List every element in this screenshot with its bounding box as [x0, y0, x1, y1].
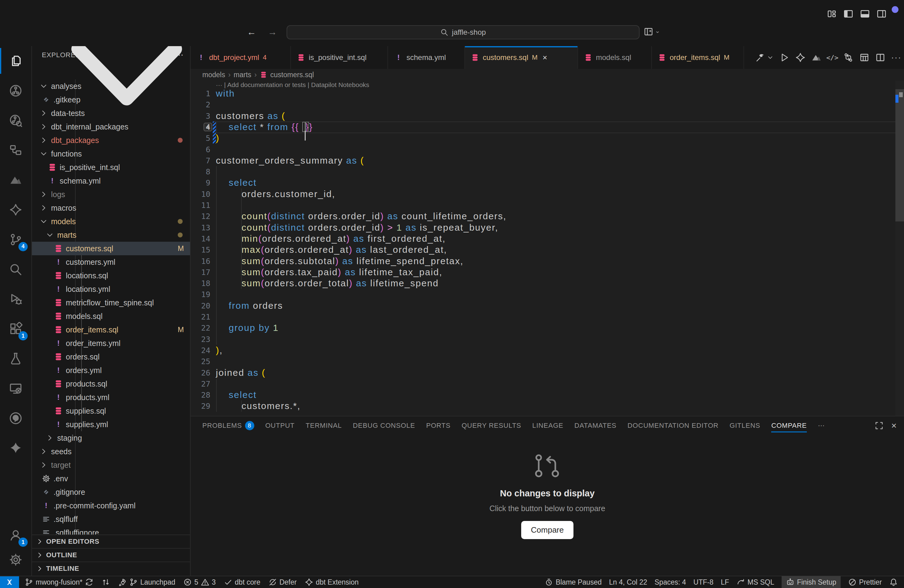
activity-item-explorer[interactable] — [0, 48, 32, 74]
activity-item-run-debug[interactable] — [0, 286, 32, 312]
table-action-icon[interactable] — [859, 52, 869, 63]
layout-control-icon[interactable] — [643, 27, 654, 37]
activity-item-github[interactable] — [0, 405, 32, 431]
sidebar-section-timeline[interactable]: TIMELINE — [32, 561, 190, 575]
chevron-down-icon[interactable]: ⌄ — [655, 27, 660, 35]
status-compare-branches[interactable] — [101, 578, 110, 586]
panel-tab-gitlens[interactable]: GITLENS — [730, 416, 760, 435]
tree-item-products.yml[interactable]: !products.yml — [32, 390, 190, 404]
tree-root-jaffle-shop[interactable]: JAFFLE-SHOP — [32, 65, 190, 79]
tree-item-is_positive_int.sql[interactable]: is_positive_int.sql — [32, 161, 190, 174]
hammer-action-icon[interactable] — [755, 52, 766, 63]
status-cursor-position[interactable]: Ln 4, Col 22 — [609, 578, 647, 586]
tree-item-analyses[interactable]: analyses — [32, 79, 190, 93]
activity-item-settings[interactable] — [0, 547, 32, 573]
git-compare-action-icon[interactable] — [843, 52, 853, 63]
panel-tab-documentation-editor[interactable]: DOCUMENTATION EDITOR — [627, 416, 719, 435]
panel-tab-lineage[interactable]: LINEAGE — [532, 416, 563, 435]
tree-item-staging[interactable]: staging — [32, 431, 190, 445]
tree-item-seeds[interactable]: seeds — [32, 445, 190, 458]
mountain-action-icon[interactable] — [811, 52, 822, 63]
tab-dbt_project.yml[interactable]: !dbt_project.yml4 — [191, 46, 291, 69]
tab-order_items.sql[interactable]: order_items.sqlM — [652, 46, 744, 69]
status-blame[interactable]: Blame Paused — [545, 578, 602, 586]
panel-tab-ports[interactable]: PORTS — [426, 416, 450, 435]
activity-item-extensions[interactable]: 1 — [0, 316, 32, 341]
tree-item-locations.sql[interactable]: locations.sql — [32, 269, 190, 282]
toggle-panel-icon[interactable] — [860, 9, 870, 19]
tree-item-.env[interactable]: .env — [32, 472, 190, 485]
panel-tab-query-results[interactable]: QUERY RESULTS — [461, 416, 521, 435]
activity-item-git-circle[interactable] — [0, 78, 32, 104]
tree-item-models.sql[interactable]: models.sql — [32, 309, 190, 323]
tree-item-.gitkeep[interactable]: .gitkeep — [32, 93, 190, 106]
chev-down-action-icon[interactable] — [767, 54, 774, 61]
tree-item-models[interactable]: models — [32, 215, 190, 228]
activity-item-dbt-power-user[interactable] — [0, 197, 32, 223]
tree-item-products.sql[interactable]: products.sql — [32, 377, 190, 390]
command-center-search[interactable]: jaffle-shop — [286, 25, 640, 40]
toggle-sidebar-icon[interactable] — [843, 9, 853, 19]
status-problems[interactable]: 53 — [183, 578, 216, 586]
sidebar-section-open-editors[interactable]: OPEN EDITORS — [32, 534, 190, 548]
close-panel-icon[interactable]: × — [891, 420, 897, 431]
activity-item-remote-explorer[interactable] — [0, 376, 32, 401]
tree-item-order_items.yml[interactable]: !order_items.yml — [32, 337, 190, 350]
activity-item-lineage[interactable] — [0, 137, 32, 163]
breadcrumb-item[interactable]: customers.sql — [270, 71, 314, 79]
activity-item-search[interactable] — [0, 256, 32, 282]
code-editor[interactable]: ··· | Add documentation or tests | Datap… — [191, 81, 904, 416]
status-prettier[interactable]: Prettier — [848, 578, 882, 586]
activity-item-testing[interactable] — [0, 346, 32, 371]
status-dbt-extension[interactable]: dbt Extension — [305, 578, 359, 586]
sidebar-section-outline[interactable]: OUTLINE — [32, 548, 190, 561]
activity-item-datapilot[interactable] — [0, 167, 32, 193]
tree-item-.pre-commit-config.yaml[interactable]: !.pre-commit-config.yaml — [32, 499, 190, 512]
back-icon[interactable]: ← — [245, 25, 258, 39]
ellipsis-action-icon[interactable]: ··· — [891, 52, 902, 63]
tree-item-order_items.sql[interactable]: order_items.sqlM — [32, 323, 190, 337]
activity-item-source-control[interactable]: 4 — [0, 227, 32, 253]
code-action-icon[interactable]: </> — [827, 52, 838, 63]
tree-item-supplies.yml[interactable]: !supplies.yml — [32, 417, 190, 431]
breadcrumb-item[interactable]: marts — [234, 71, 251, 79]
panel-tab-output[interactable]: OUTPUT — [266, 416, 295, 435]
editor-scrollbar[interactable] — [895, 81, 904, 416]
activity-item-git-graph[interactable] — [0, 107, 32, 133]
tree-item-.gitignore[interactable]: .gitignore — [32, 485, 190, 499]
tree-item-customers.sql[interactable]: customers.sqlM — [32, 242, 190, 255]
play-action-icon[interactable] — [779, 52, 790, 63]
xstar-action-icon[interactable] — [795, 52, 806, 63]
tree-item-metricflow_time_spine.sql[interactable]: metricflow_time_spine.sql — [32, 296, 190, 309]
panel-tab-terminal[interactable]: TERMINAL — [306, 416, 342, 435]
tab-is_positive_int.sql[interactable]: is_positive_int.sql — [291, 46, 388, 69]
tree-item-.sqlfluff[interactable]: .sqlfluff — [32, 512, 190, 526]
tree-item-supplies.sql[interactable]: supplies.sql — [32, 404, 190, 417]
split-action-icon[interactable] — [875, 52, 885, 63]
tree-item-locations.yml[interactable]: !locations.yml — [32, 282, 190, 296]
compare-button[interactable]: Compare — [521, 521, 574, 539]
tree-item-target[interactable]: target — [32, 458, 190, 472]
close-icon[interactable]: × — [542, 53, 547, 62]
status-finish-setup[interactable]: Finish Setup — [782, 576, 841, 588]
status-defer[interactable]: Defer — [269, 578, 297, 586]
panel-tab-⋯[interactable]: ⋯ — [818, 416, 825, 435]
status-branch[interactable]: mwong-fusion* — [25, 578, 93, 586]
activity-item-pinwheel[interactable] — [0, 435, 32, 461]
tree-item-logs[interactable]: logs — [32, 188, 190, 201]
breadcrumb-item[interactable]: models — [202, 71, 225, 79]
tab-models.sql[interactable]: models.sql — [578, 46, 652, 69]
remote-indicator[interactable] — [0, 576, 19, 588]
tab-customers.sql[interactable]: customers.sqlM× — [465, 46, 578, 69]
tree-item-macros[interactable]: macros — [32, 201, 190, 215]
tree-item-orders.sql[interactable]: orders.sql — [32, 350, 190, 364]
status-language-mode[interactable]: MS SQL — [736, 578, 774, 586]
status-indentation[interactable]: Spaces: 4 — [654, 578, 686, 586]
tree-item-orders.yml[interactable]: !orders.yml — [32, 364, 190, 377]
tree-item-functions[interactable]: functions — [32, 147, 190, 161]
breadcrumb[interactable]: models›marts›customers.sql — [191, 69, 904, 81]
panel-tab-problems[interactable]: PROBLEMS8 — [202, 416, 254, 435]
status-eol[interactable]: LF — [721, 578, 729, 586]
maximize-panel-icon[interactable] — [874, 421, 884, 430]
status-launchpad[interactable]: Launchpad — [118, 578, 175, 586]
